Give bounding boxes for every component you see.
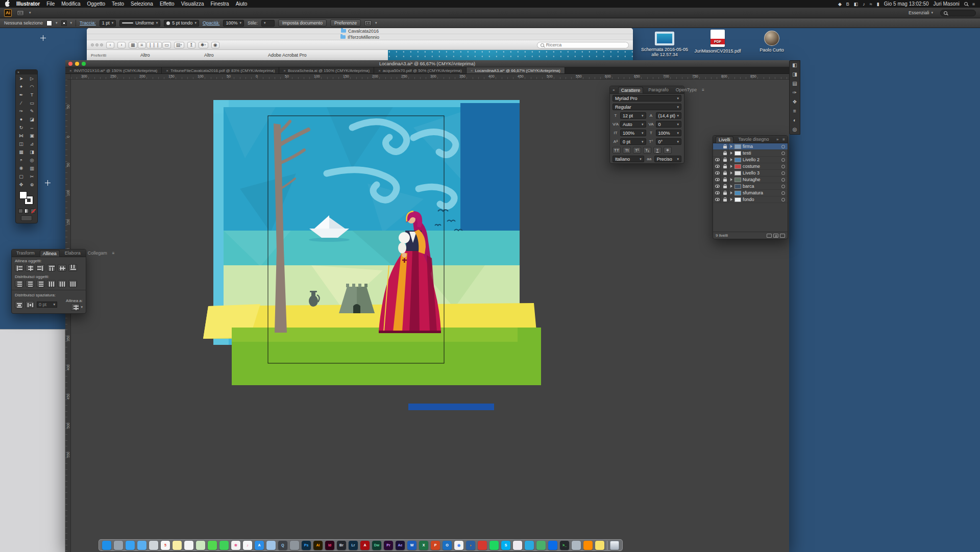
tab-close-icon[interactable]: × [471,68,473,73]
horizontal-scale-stepper[interactable]: 100% ▾ [656,130,682,136]
kerning-stepper[interactable]: Auto ▾ [620,121,646,128]
tab-close-icon[interactable]: × [378,68,381,73]
pen-tool[interactable]: ✒ [16,91,27,99]
layer-target-icon[interactable] [781,185,785,188]
menu-item[interactable]: Finestra [211,1,229,7]
dock-terminal[interactable]: >_ [560,541,569,550]
lock-toggle[interactable] [722,143,728,149]
coverflow-view-button[interactable]: ▭ [162,42,171,48]
disclosure-triangle-icon[interactable] [730,171,732,174]
disclosure-triangle-icon[interactable] [730,178,732,181]
document-setup-button[interactable]: Imposta documento [278,19,327,27]
delete-layer-icon[interactable] [780,234,785,238]
preferences-button[interactable]: Preferenze [330,19,361,27]
layer-target-icon[interactable] [781,145,785,148]
layer-target-icon[interactable] [781,171,785,175]
column-view-button[interactable]: ❘❘❘ [146,42,162,48]
panel-menu-icon[interactable]: ≡ [112,251,115,256]
vertical-ruler[interactable]: 50050100150200250300350400450500550 [65,80,71,552]
dock-mail[interactable] [137,541,146,550]
screen-mode-button[interactable] [21,215,32,221]
lock-toggle[interactable] [722,163,728,169]
scale-tool[interactable]: ↔ [27,123,37,132]
layer-row[interactable]: barca [713,183,788,190]
opacity-field[interactable]: 100% ▾ [223,20,244,27]
dock-photos[interactable]: ❀ [231,541,240,550]
document-tab[interactable]: × BozzaScheda.ai @ 150% (CMYK/Anteprima) [279,67,374,73]
column-graph-tool[interactable]: ▥ [27,164,37,172]
visibility-toggle[interactable] [715,177,721,183]
disclosure-triangle-icon[interactable] [730,158,732,161]
dock-chrome[interactable]: ◉ [454,541,463,550]
appearance-panel-icon[interactable]: ◎ [793,127,797,133]
menu-item[interactable]: File [46,1,55,7]
document-tab[interactable]: × INVITO21X10.ai* @ 150% (CMYK/Anteprima… [65,67,162,73]
tab-allinea[interactable]: Allinea [40,250,60,257]
dock-dreamweaver[interactable]: Dw [372,541,381,550]
distribute-left-button[interactable] [47,280,56,287]
rectangle-tool[interactable]: ▭ [27,99,37,107]
direct-selection-tool[interactable]: ▷ [27,74,37,83]
font-family-select[interactable]: Myriad Pro ▾ [612,95,681,102]
dock-maps[interactable] [196,541,205,550]
layer-name[interactable]: fondo [743,197,780,202]
dock-system-preferences[interactable] [290,541,299,550]
dock-quicktime[interactable]: Q [278,541,287,550]
desktop-icon-screenshot[interactable]: Schermata 2016-05-05 alle 12.57.34 [640,32,689,57]
lock-toggle[interactable] [722,196,728,203]
notification-center-icon[interactable]: ≡ [972,2,975,7]
shape-builder-tool[interactable]: ◫ [16,140,27,148]
close-icon[interactable]: × [17,70,19,74]
close-window-button[interactable] [68,62,72,66]
document-tab[interactable]: × TribuneFileCavalcata2016.pdf @ 83% (CM… [162,67,279,73]
layer-row[interactable]: Livello 3 [713,170,788,177]
dock-excel[interactable]: X [419,541,428,550]
disclosure-triangle-icon[interactable] [730,191,732,194]
lock-toggle[interactable] [722,170,728,176]
tab-close-icon[interactable]: × [283,68,286,73]
bluetooth-icon[interactable]: B [846,2,849,7]
spotlight-search-icon[interactable] [964,2,968,6]
visibility-toggle[interactable] [715,196,721,203]
rotate-tool[interactable]: ↻ [16,123,27,132]
dock-bridge[interactable]: Br [337,541,346,550]
gradient-tool[interactable]: ◨ [27,148,37,156]
lock-toggle[interactable] [722,150,728,156]
leading-stepper[interactable]: (14,4 pt) ▾ [656,112,682,119]
menu-item[interactable]: Seleziona [131,1,153,7]
visibility-toggle[interactable] [715,183,721,189]
finder-column-header[interactable]: Altro [140,53,204,58]
all-caps-button[interactable]: TT [612,147,621,154]
chevron-down-icon[interactable]: ▾ [81,305,83,309]
workspace-switcher[interactable]: Essenziali ▾ [905,10,936,16]
arrange-button[interactable]: ▤ ▾ [174,42,184,48]
chevron-down-icon[interactable]: ▾ [56,21,58,25]
apple-menu-icon[interactable] [5,2,10,7]
volume-icon[interactable]: ♪ [863,2,865,7]
align-right-button[interactable] [36,264,45,271]
distribute-v-center-button[interactable] [26,280,34,287]
menu-clock[interactable]: Gio 5 mag 13:02:50 [884,1,929,7]
dock-acrobat[interactable]: A [360,541,370,550]
visibility-toggle[interactable] [715,163,721,169]
align-bottom-button[interactable] [68,264,77,271]
tab-tavole-disegno[interactable]: Tavole disegno [737,136,771,142]
layer-target-icon[interactable] [781,178,785,182]
blob-brush-tool[interactable]: ● [16,115,27,123]
back-button[interactable]: ‹ [106,42,114,48]
dock-twitter[interactable] [525,541,534,550]
collapse-panel-icon[interactable]: » [776,137,778,142]
appbar-search-field[interactable] [940,10,976,16]
distribute-v-space-button[interactable] [15,301,23,308]
dock-finder[interactable] [102,541,111,550]
symbol-sprayer-tool[interactable]: ❋ [16,164,27,172]
lock-toggle[interactable] [722,183,728,189]
lasso-tool[interactable]: ◠ [27,83,37,91]
stroke-color-swatch[interactable] [61,20,67,26]
dock-outlook[interactable]: O [443,541,452,550]
align-h-center-button[interactable] [26,264,34,271]
display-icon[interactable]: ◧ [854,2,859,7]
dock-photoshop[interactable]: Ps [302,541,311,550]
distribute-h-space-button[interactable] [26,301,34,308]
visibility-toggle[interactable] [715,190,721,196]
